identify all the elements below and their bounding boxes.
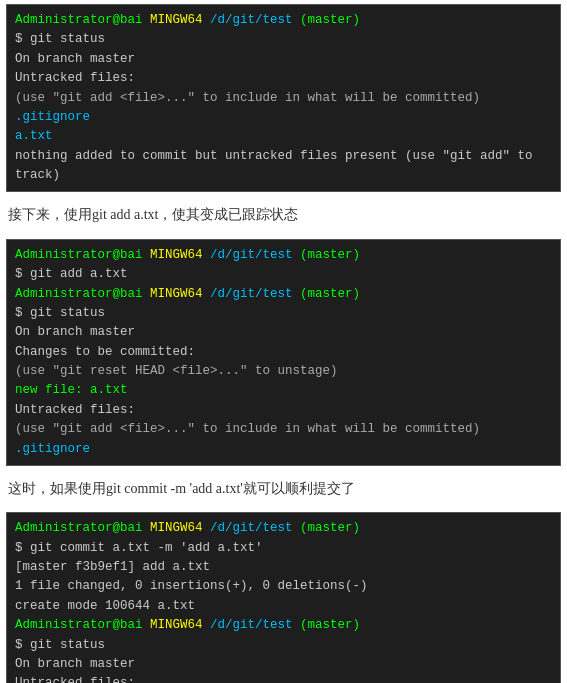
terminal-line: .gitignore: [15, 108, 552, 127]
terminal-block-0: Administrator@bai MINGW64 /d/git/test (m…: [6, 4, 561, 192]
terminal-line: (use "git add <file>..." to include in w…: [15, 89, 552, 108]
terminal-line: [master f3b9ef1] add a.txt: [15, 558, 552, 577]
prose-text-1: 接下来，使用git add a.txt，使其变成已跟踪状态: [0, 196, 567, 234]
prompt-branch: (master): [300, 13, 360, 27]
prompt-path: /d/git/test: [210, 248, 293, 262]
prompt-at: [143, 521, 151, 535]
terminal-line: (use "git add <file>..." to include in w…: [15, 420, 552, 439]
terminal-line: Untracked files:: [15, 401, 552, 420]
prompt-mingw: MINGW64: [150, 618, 203, 632]
terminal-line: a.txt: [15, 127, 552, 146]
app-container: Administrator@bai MINGW64 /d/git/test (m…: [0, 4, 567, 683]
terminal-line: $ git status: [15, 304, 552, 323]
terminal-line: .gitignore: [15, 440, 552, 459]
prompt-path: /d/git/test: [210, 13, 293, 27]
prompt-space: [203, 13, 211, 27]
prompt-at: [143, 248, 151, 262]
prompt-branch: (master): [300, 287, 360, 301]
prompt-at: [143, 13, 151, 27]
terminal-gitignore: .gitignore: [15, 110, 90, 124]
prompt-at: [143, 618, 151, 632]
prompt-branch: (master): [300, 618, 360, 632]
terminal-line: Administrator@bai MINGW64 /d/git/test (m…: [15, 519, 552, 538]
terminal-line: Untracked files:: [15, 69, 552, 88]
prompt-user: Administrator@bai: [15, 248, 143, 262]
prompt-branch: (master): [300, 248, 360, 262]
terminal-line: (use "git reset HEAD <file>..." to unsta…: [15, 362, 552, 381]
prompt-mingw: MINGW64: [150, 248, 203, 262]
terminal-line: On branch master: [15, 655, 552, 674]
terminal-line: $ git status: [15, 636, 552, 655]
terminal-line: $ git commit a.txt -m 'add a.txt': [15, 539, 552, 558]
terminal-gitignore: .gitignore: [15, 442, 90, 456]
prompt-space2: [293, 248, 301, 262]
terminal-line: Administrator@bai MINGW64 /d/git/test (m…: [15, 246, 552, 265]
prompt-path: /d/git/test: [210, 618, 293, 632]
terminal-line: $ git add a.txt: [15, 265, 552, 284]
terminal-block-4: Administrator@bai MINGW64 /d/git/test (m…: [6, 512, 561, 683]
terminal-atxt: a.txt: [15, 129, 53, 143]
prompt-branch: (master): [300, 521, 360, 535]
terminal-line: On branch master: [15, 50, 552, 69]
prompt-space: [203, 248, 211, 262]
terminal-line: Administrator@bai MINGW64 /d/git/test (m…: [15, 616, 552, 635]
prompt-space: [203, 287, 211, 301]
prompt-at: [143, 287, 151, 301]
terminal-line: Changes to be committed:: [15, 343, 552, 362]
terminal-line: new file: a.txt: [15, 381, 552, 400]
prompt-space2: [293, 618, 301, 632]
prompt-space2: [293, 13, 301, 27]
prompt-space2: [293, 521, 301, 535]
terminal-newfile: new file: a.txt: [15, 383, 128, 397]
prompt-mingw: MINGW64: [150, 521, 203, 535]
prose-text-3: 这时，如果使用git commit -m 'add a.txt'就可以顺利提交了: [0, 470, 567, 508]
prompt-user: Administrator@bai: [15, 13, 143, 27]
prompt-mingw: MINGW64: [150, 287, 203, 301]
terminal-line: Administrator@bai MINGW64 /d/git/test (m…: [15, 11, 552, 30]
terminal-line: 1 file changed, 0 insertions(+), 0 delet…: [15, 577, 552, 596]
terminal-hint: (use "git add <file>..." to include in w…: [15, 91, 480, 105]
prompt-user: Administrator@bai: [15, 521, 143, 535]
terminal-line: On branch master: [15, 323, 552, 342]
terminal-line: Untracked files:: [15, 674, 552, 683]
prompt-path: /d/git/test: [210, 521, 293, 535]
prompt-user: Administrator@bai: [15, 618, 143, 632]
prompt-mingw: MINGW64: [150, 13, 203, 27]
prompt-user: Administrator@bai: [15, 287, 143, 301]
prompt-space: [203, 521, 211, 535]
terminal-hint: (use "git reset HEAD <file>..." to unsta…: [15, 364, 338, 378]
terminal-line: create mode 100644 a.txt: [15, 597, 552, 616]
prompt-space: [203, 618, 211, 632]
terminal-line: nothing added to commit but untracked fi…: [15, 147, 552, 186]
terminal-block-2: Administrator@bai MINGW64 /d/git/test (m…: [6, 239, 561, 466]
terminal-line: $ git status: [15, 30, 552, 49]
terminal-hint: (use "git add <file>..." to include in w…: [15, 422, 480, 436]
prompt-path: /d/git/test: [210, 287, 293, 301]
prompt-space2: [293, 287, 301, 301]
terminal-line: Administrator@bai MINGW64 /d/git/test (m…: [15, 285, 552, 304]
